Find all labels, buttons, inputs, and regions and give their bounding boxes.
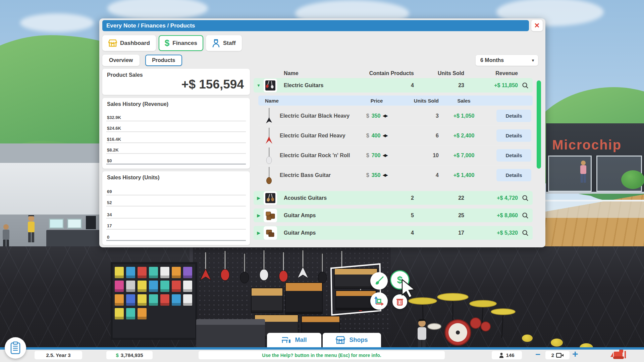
expand-closed-icon[interactable]: ▶ (254, 231, 264, 235)
camera-icon (556, 353, 564, 358)
currency-symbol: $ (366, 133, 369, 139)
shelf-box (160, 281, 169, 292)
product-sales-value: +$ 2,400 (439, 133, 489, 139)
details-button[interactable]: Details (496, 149, 531, 162)
camera-mode[interactable]: 2 (545, 351, 570, 359)
price-adjust-arrows[interactable]: ◀▶ (383, 133, 387, 138)
units-chart-card: Sales History (Units) 695234170 (102, 171, 250, 245)
price-adjust-arrows[interactable]: ◀▶ (383, 114, 387, 118)
mall-left-wall (0, 163, 112, 223)
y-tick-label: 52 (107, 200, 112, 205)
tab-staff[interactable]: Staff (206, 35, 242, 51)
y-tick-label: $0 (107, 158, 112, 163)
amp (285, 282, 323, 314)
subtab-label: Products (152, 57, 175, 63)
game-screen: Microchip (0, 0, 644, 362)
chart-title: Sales History (Units) (107, 175, 159, 181)
tab-label: Staff (223, 40, 236, 47)
mall-button[interactable]: Mall (267, 333, 321, 347)
products-table: Name Contain Products Units Sold Revenue… (254, 69, 533, 240)
chart-bars (121, 111, 245, 165)
magnifier-icon (522, 212, 529, 219)
dollar-icon: $ (116, 352, 118, 358)
visitor-count: 146 (506, 352, 514, 358)
minus-icon: − (535, 349, 540, 359)
tab-finances[interactable]: $ Finances (159, 35, 203, 51)
category-name: Electric Guitars (281, 82, 333, 88)
main-tabs: Dashboard $ Finances Staff (102, 35, 242, 51)
shop-counter (196, 319, 265, 350)
reception-desk (46, 230, 102, 247)
y-tick-label: 0 (107, 235, 109, 240)
category-units: 23 (414, 82, 464, 88)
category-contain: 5 (333, 213, 414, 219)
monitor (67, 219, 82, 229)
dollar-icon: $ (165, 38, 169, 48)
product-price: $ 350 ◀▶ (352, 172, 402, 178)
magnifier-button[interactable] (518, 82, 533, 89)
store-icon (108, 39, 117, 47)
category-products-subtable: Name Price Units Sold Sales Electric Gui… (258, 96, 533, 185)
shelf-box (126, 294, 135, 306)
plant (621, 170, 644, 189)
details-button[interactable]: Details (496, 169, 531, 181)
currency-symbol: $ (366, 113, 369, 119)
shops-button[interactable]: Shops (323, 333, 381, 347)
product-sales-card: Product Sales +$ 156,594 (102, 69, 250, 95)
tab-dashboard[interactable]: Dashboard (102, 35, 156, 51)
product-row: Electric Bass Guitar $ 350 ◀▶ 4 +$ 1,400… (258, 165, 533, 185)
details-button[interactable]: Details (496, 129, 531, 142)
black-guitar-icon (265, 107, 273, 125)
category-row-acoustic-guitars[interactable]: ▶ Acoustic Guitars 2 22 +$ 4,720 (254, 191, 533, 205)
magnifier-button[interactable] (518, 230, 533, 236)
zoom-out-button[interactable]: − (535, 349, 540, 360)
details-button[interactable]: Details (496, 110, 531, 122)
expand-closed-icon[interactable]: ▶ (254, 213, 264, 218)
category-row-electric-guitars[interactable]: ▼ Electric Guitars 4 23 +$ 11,850 (254, 78, 533, 93)
hint-banner: Use the Help? button in the menu (Esc) f… (199, 351, 445, 359)
magnifier-button[interactable] (518, 212, 533, 219)
paint-tool-button[interactable] (370, 272, 388, 290)
price-value: 700 (372, 153, 381, 159)
bulldozer-icon[interactable] (609, 350, 629, 360)
expand-open-icon[interactable]: ▼ (254, 83, 264, 88)
tab-label: Finances (172, 40, 197, 47)
category-row-guitar-amps-1[interactable]: ▶ Guitar Amps 5 25 +$ 8,860 (254, 208, 533, 222)
col-header-revenue: Revenue (464, 70, 518, 76)
price-adjust-arrows[interactable]: ◀▶ (383, 153, 387, 158)
y-tick-label: $24.6K (107, 126, 121, 131)
money-amount: 3,784,935 (121, 352, 143, 358)
zoom-in-button[interactable]: + (572, 348, 578, 360)
col-header-name: Name (281, 70, 333, 76)
game-date: 2.5. Year 3 (35, 351, 82, 359)
revenue-chart: $32.9K$24.6K$16.4K$8.2K$0 (106, 111, 246, 165)
window-title-bar: Every Note / Finances / Products (102, 20, 529, 31)
product-thumbnail (258, 127, 280, 144)
category-row-guitar-amps-2[interactable]: ▶ Guitar Amps 4 17 +$ 5,320 (254, 226, 533, 240)
category-units: 22 (414, 195, 464, 201)
y-tick-label: $32.9K (107, 115, 121, 120)
subtab-overview[interactable]: Overview (102, 55, 140, 66)
close-button[interactable]: ✕ (531, 20, 543, 31)
period-dropdown[interactable]: 6 Months ▾ (476, 55, 538, 66)
mall-button-label: Mall (295, 337, 307, 344)
shelf-box (115, 281, 124, 292)
shelf-box (115, 294, 124, 306)
move-tool-button[interactable] (370, 292, 388, 310)
magnifier-button[interactable] (518, 195, 533, 201)
plus-icon: + (572, 348, 578, 359)
chevron-down-icon: ▾ (532, 58, 534, 63)
product-units-sold: 6 (402, 133, 439, 139)
table-scrollbar[interactable] (537, 80, 541, 169)
white-guitar-icon (265, 147, 273, 164)
subtab-products[interactable]: Products (145, 55, 182, 66)
y-tick-label: 17 (107, 223, 112, 228)
shelf-box (138, 267, 147, 278)
paintbrush-icon (374, 276, 384, 286)
expand-closed-icon[interactable]: ▶ (254, 196, 264, 200)
tasks-menu-button[interactable] (5, 337, 26, 359)
close-icon: ✕ (534, 21, 540, 29)
electric-guitars-thumb-icon (265, 80, 276, 91)
price-adjust-arrows[interactable]: ◀▶ (383, 173, 387, 177)
money-display: $ 3,784,935 (106, 351, 153, 359)
